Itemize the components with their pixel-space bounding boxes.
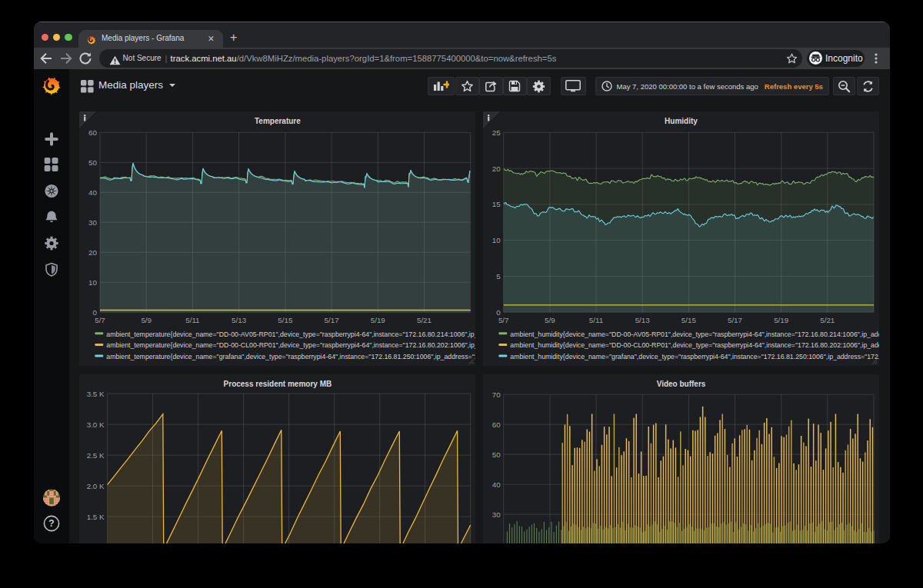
svg-text:1.0 K: 1.0 K xyxy=(87,543,105,543)
svg-text:5/13: 5/13 xyxy=(635,316,651,324)
svg-text:Temperature: Temperature xyxy=(255,117,301,125)
svg-text:5/21: 5/21 xyxy=(417,316,432,324)
svg-text:2.5 K: 2.5 K xyxy=(87,450,105,459)
svg-text:Humidity: Humidity xyxy=(665,117,698,125)
svg-text:5/11: 5/11 xyxy=(589,316,603,324)
svg-text:5/7: 5/7 xyxy=(498,316,509,324)
svg-text:5/7: 5/7 xyxy=(95,316,105,324)
svg-text:5/19: 5/19 xyxy=(774,316,788,324)
svg-text:ambient_humidity{device_name=": ambient_humidity{device_name="grafana",d… xyxy=(511,352,880,360)
svg-text:1.5 K: 1.5 K xyxy=(87,512,105,520)
svg-text:5/15: 5/15 xyxy=(278,316,293,324)
svg-text:40: 40 xyxy=(88,188,97,196)
svg-text:10: 10 xyxy=(492,236,501,244)
svg-text:5/17: 5/17 xyxy=(728,316,742,324)
svg-text:5/15: 5/15 xyxy=(681,316,697,324)
svg-text:30: 30 xyxy=(492,510,501,518)
svg-text:ambient_humidity{device_name=": ambient_humidity{device_name="DD-00-AV05… xyxy=(511,330,880,337)
svg-text:0: 0 xyxy=(497,307,501,316)
svg-text:5/13: 5/13 xyxy=(232,316,247,324)
svg-text:50: 50 xyxy=(492,450,501,458)
svg-text:5/9: 5/9 xyxy=(545,316,555,324)
svg-text:ambient_temperature{device_nam: ambient_temperature{device_name="DD-00-C… xyxy=(106,341,475,349)
svg-text:5/17: 5/17 xyxy=(324,316,338,324)
svg-text:5/19: 5/19 xyxy=(371,316,385,324)
svg-text:5: 5 xyxy=(497,272,501,281)
svg-text:3.0 K: 3.0 K xyxy=(87,420,105,428)
svg-text:40: 40 xyxy=(492,480,501,488)
svg-text:20: 20 xyxy=(88,247,97,256)
svg-text:0: 0 xyxy=(92,307,97,316)
svg-text:Video buffers: Video buffers xyxy=(657,380,706,388)
svg-text:ambient_humidity{device_name=": ambient_humidity{device_name="DD-00-CL00… xyxy=(511,341,880,349)
svg-text:3.5 K: 3.5 K xyxy=(87,389,105,397)
svg-text:Process resident memory MB: Process resident memory MB xyxy=(223,380,332,388)
svg-text:5/9: 5/9 xyxy=(141,316,152,324)
svg-text:30: 30 xyxy=(88,218,97,226)
svg-text:25: 25 xyxy=(492,128,501,136)
svg-text:5/21: 5/21 xyxy=(821,316,835,324)
svg-text:5/11: 5/11 xyxy=(185,316,199,324)
svg-text:20: 20 xyxy=(492,164,501,172)
svg-text:60: 60 xyxy=(492,420,501,428)
svg-text:ambient_temperature{device_nam: ambient_temperature{device_name="grafana… xyxy=(106,352,475,360)
svg-text:50: 50 xyxy=(88,158,97,166)
svg-text:10: 10 xyxy=(88,277,97,286)
svg-text:70: 70 xyxy=(492,390,501,398)
svg-text:?: ? xyxy=(48,518,54,529)
svg-text:60: 60 xyxy=(88,128,97,136)
svg-text:15: 15 xyxy=(492,200,501,208)
svg-text:2.0 K: 2.0 K xyxy=(87,481,105,490)
svg-text:ambient_temperature{device_nam: ambient_temperature{device_name="DD-00-A… xyxy=(106,330,475,337)
